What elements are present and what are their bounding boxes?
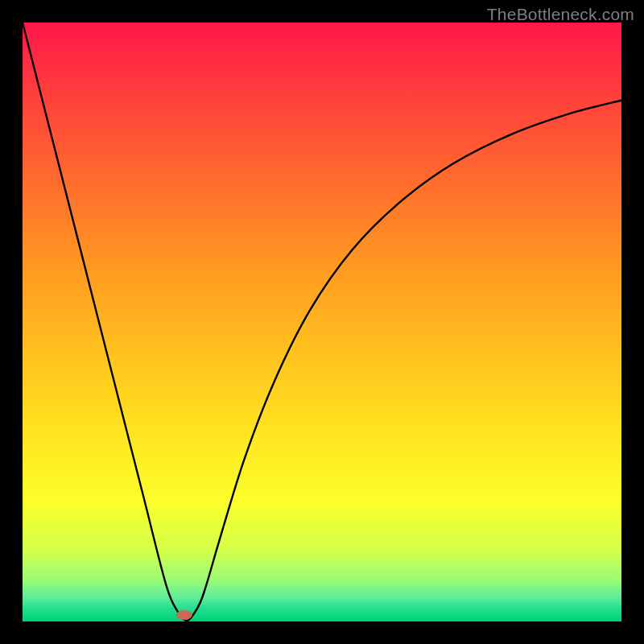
chart-frame: TheBottleneck.com [0, 0, 644, 644]
plot-area [23, 23, 621, 621]
minimum-marker [176, 610, 192, 620]
chart-svg [23, 23, 621, 621]
bottleneck-curve [23, 23, 621, 621]
watermark-text: TheBottleneck.com [487, 5, 634, 24]
